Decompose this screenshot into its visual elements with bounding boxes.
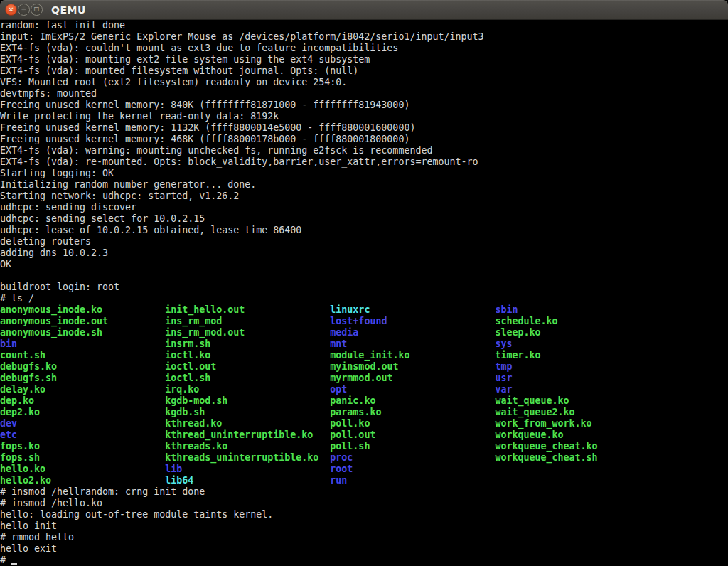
- console-line: EXT4-fs (vda): re-mounted. Opts: block_v…: [0, 156, 728, 168]
- file-name: init_hello.out: [165, 304, 330, 315]
- file-name: kthreads_uninterruptible.ko: [165, 452, 330, 463]
- symlink-name: linuxrc: [330, 304, 495, 315]
- file-name: timer.ko: [496, 350, 541, 361]
- console-line: EXT4-fs (vda): mounted filesystem withou…: [0, 65, 728, 77]
- file-name: dep2.ko: [0, 407, 165, 417]
- console-line: dep.ko kgdb-mod.sh panic.ko wait_queue.k…: [0, 395, 728, 407]
- window-title: QEMU: [51, 0, 86, 20]
- console-line: Write protecting the kernel read-only da…: [0, 111, 728, 122]
- console-line: hello.ko lib root: [0, 464, 728, 475]
- console-line: hello2.ko lib64 run: [0, 475, 728, 486]
- file-name: ins_rm_mod.out: [165, 327, 330, 338]
- file-name: irq.ko: [165, 384, 330, 395]
- directory-name: etc: [0, 429, 165, 440]
- console-line: bin insrm.sh mnt sys: [0, 338, 728, 350]
- console-line: dep2.ko kgdb.sh params.ko wait_queue2.ko: [0, 407, 728, 418]
- file-name: schedule.ko: [496, 316, 558, 326]
- console-line: # ls /: [0, 293, 728, 304]
- console-line: deleting routers: [0, 236, 728, 247]
- file-name: hello.ko: [0, 464, 165, 474]
- file-name: hello2.ko: [0, 475, 165, 486]
- file-name: poll.ko: [330, 418, 495, 429]
- file-name: wait_queue.ko: [496, 395, 569, 406]
- titlebar[interactable]: ✕ − □ QEMU: [0, 0, 728, 20]
- file-name: kgdb.sh: [165, 407, 330, 417]
- file-name: anonymous_inode.ko: [0, 304, 165, 315]
- file-name: kthread.ko: [165, 418, 330, 429]
- console-line: udhcpc: sending select for 10.0.2.15: [0, 213, 728, 225]
- file-name: sleep.ko: [496, 327, 541, 338]
- console-line: fops.sh kthreads_uninterruptible.ko proc…: [0, 452, 728, 464]
- console-line: OK: [0, 259, 728, 270]
- console-line: EXT4-fs (vda): couldn't mount as ext3 du…: [0, 43, 728, 54]
- directory-name: lib: [165, 464, 330, 474]
- file-name: params.ko: [330, 407, 495, 417]
- file-name: poll.sh: [330, 441, 495, 452]
- file-name: debugfs.sh: [0, 373, 165, 383]
- file-name: anonymous_inode.out: [0, 316, 165, 326]
- directory-name: sbin: [496, 304, 518, 315]
- symlink-name: lib64: [165, 475, 330, 486]
- console-line: udhcpc: lease of 10.0.2.15 obtained, lea…: [0, 225, 728, 236]
- file-name: kthread_uninterruptible.ko: [165, 429, 330, 440]
- console-line: Initializing random number generator... …: [0, 179, 728, 191]
- maximize-button[interactable]: □: [31, 4, 43, 16]
- console-line: buildroot login: root: [0, 282, 728, 293]
- console-line: Starting logging: OK: [0, 168, 728, 179]
- console-line: anonymous_inode.out ins_rm_mod lost+foun…: [0, 316, 728, 327]
- file-name: ins_rm_mod: [165, 316, 330, 326]
- directory-name: sys: [496, 338, 513, 349]
- directory-name: proc: [330, 452, 495, 463]
- console-line: Freeing unused kernel memory: 840K (ffff…: [0, 100, 728, 111]
- directory-name: run: [330, 475, 495, 486]
- file-name: myinsmod.out: [330, 361, 495, 372]
- console-line: fops.ko kthreads.ko poll.sh workqueue_ch…: [0, 441, 728, 452]
- console-line: [0, 270, 728, 282]
- console-line: delay.ko irq.ko opt var: [0, 384, 728, 395]
- file-name: kthreads.ko: [165, 441, 330, 452]
- directory-name: tmp: [496, 361, 513, 372]
- close-icon: ✕: [8, 6, 14, 14]
- console-output: random: fast init doneinput: ImExPS/2 Ge…: [0, 20, 728, 566]
- console-line: # insmod /hellrandom: crng init done: [0, 486, 728, 498]
- file-name: fops.sh: [0, 452, 165, 463]
- console-line: #: [0, 555, 728, 566]
- console-line: dev kthread.ko poll.ko work_from_work.ko: [0, 418, 728, 429]
- console-line: count.sh ioctl.ko module_init.ko timer.k…: [0, 350, 728, 361]
- directory-name: lost+found: [330, 316, 495, 326]
- minimize-icon: −: [21, 6, 26, 13]
- console-line: input: ImExPS/2 Generic Explorer Mouse a…: [0, 31, 728, 43]
- console-line: devtmpfs: mounted: [0, 88, 728, 100]
- console-line: EXT4-fs (vda): mounting ext2 file system…: [0, 54, 728, 65]
- directory-name: opt: [330, 384, 495, 395]
- directory-name: bin: [0, 338, 165, 349]
- directory-name: root: [330, 464, 495, 474]
- console-line: Freeing unused kernel memory: 1132K (fff…: [0, 122, 728, 134]
- minimize-button[interactable]: −: [18, 4, 30, 16]
- console-line: debugfs.sh ioctl.sh myrmmod.out usr: [0, 373, 728, 384]
- file-name: ioctl.sh: [165, 373, 330, 383]
- file-name: count.sh: [0, 350, 165, 361]
- file-name: workqueue.ko: [496, 429, 564, 440]
- file-name: kgdb-mod.sh: [165, 395, 330, 406]
- close-button[interactable]: ✕: [5, 4, 17, 16]
- console-line: anonymous_inode.sh ins_rm_mod.out media …: [0, 327, 728, 338]
- qemu-window: ✕ − □ QEMU random: fast init doneinput: …: [0, 0, 728, 566]
- console-line: Starting network: udhcpc: started, v1.26…: [0, 191, 728, 202]
- file-name: ioctl.ko: [165, 350, 330, 361]
- console-line: VFS: Mounted root (ext2 filesystem) read…: [0, 77, 728, 88]
- console-line: random: fast init done: [0, 20, 728, 31]
- file-name: dep.ko: [0, 395, 165, 406]
- file-name: panic.ko: [330, 395, 495, 406]
- terminal-screen[interactable]: random: fast init doneinput: ImExPS/2 Ge…: [0, 20, 728, 566]
- console-line: etc kthread_uninterruptible.ko poll.out …: [0, 429, 728, 441]
- directory-name: mnt: [330, 338, 495, 349]
- console-line: udhcpc: sending discover: [0, 202, 728, 213]
- console-line: # insmod /hello.ko: [0, 498, 728, 509]
- file-name: debugfs.ko: [0, 361, 165, 372]
- directory-name: media: [330, 327, 495, 338]
- file-name: insrm.sh: [165, 338, 330, 349]
- file-name: workqueue_cheat.sh: [496, 452, 598, 463]
- console-line: Freeing unused kernel memory: 468K (ffff…: [0, 134, 728, 145]
- file-name: poll.out: [330, 429, 495, 440]
